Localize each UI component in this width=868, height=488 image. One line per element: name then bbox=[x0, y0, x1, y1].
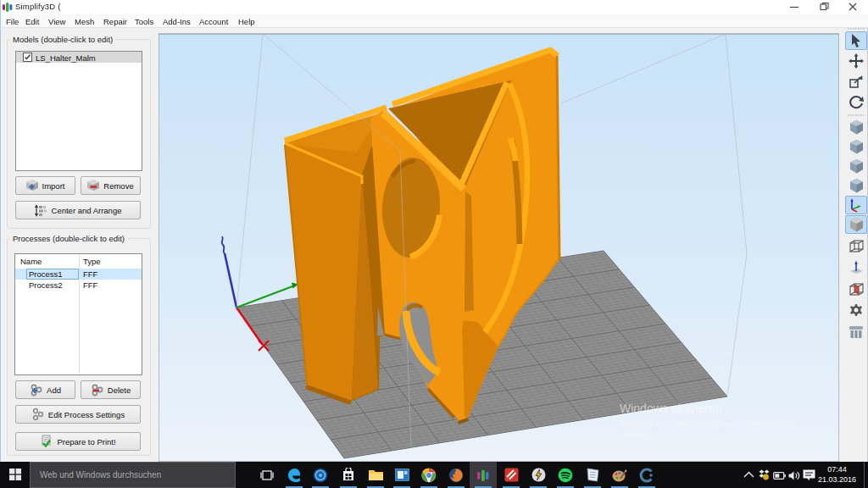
svg-text:aktivieren.: aktivieren. bbox=[621, 430, 654, 439]
svg-text:Wechseln Sie zu den Einstellun: Wechseln Sie zu den Einstellungen, um Wi… bbox=[621, 419, 791, 428]
svg-text:Windows aktivieren: Windows aktivieren bbox=[620, 402, 722, 415]
